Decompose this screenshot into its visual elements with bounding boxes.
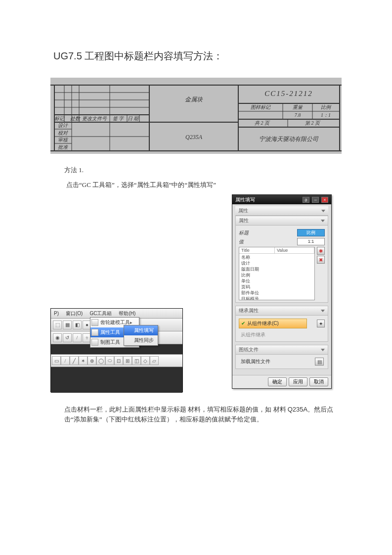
tool-icon[interactable]: ◧ [73,321,82,329]
dialog-titlebar: 属性填写 ວ – × [232,195,331,204]
minimize-icon[interactable]: – [312,197,319,203]
svg-text:签 字: 签 字 [113,116,125,121]
drafting-icon [91,339,98,346]
svg-text:CC15-21212: CC15-21212 [264,90,313,97]
svg-text:比例: 比例 [321,104,332,110]
col-title: Title [239,247,275,253]
cancel-button[interactable]: 取消 [309,377,328,386]
add-new-set-button[interactable]: ✱ [317,247,325,255]
section-inherit-header[interactable]: 继承属性 [236,306,328,316]
tool-icon[interactable]: ▭ [52,356,61,365]
dialog-title: 属性填写 [235,195,255,204]
titleblock-image: 金属块 Q235A CC15-21212 图样标记 重量 比例 7.8 1：1 … [50,78,342,154]
help-icon[interactable]: ວ [303,197,309,203]
title-prefix: UG7.5 [53,50,82,61]
menu-item-window[interactable]: 窗口(O) [65,310,84,317]
list-item[interactable]: 名称 [239,254,314,260]
page-title: UG7.5 工程图中标题栏内容填写方法： [53,49,339,63]
tool-icon[interactable]: / [73,333,82,342]
close-icon[interactable]: × [321,197,328,203]
input-value[interactable]: 1:1 [297,238,325,245]
list-item[interactable]: 版面日期 [239,266,314,272]
remove-button[interactable]: ✖ [317,256,325,264]
tool-icon[interactable]: ⊕ [87,356,96,365]
tool-icon[interactable]: ◇ [141,356,150,365]
section-properties-header[interactable]: 属性 [235,206,328,216]
step1-text: 点击“GC 工具箱”，选择“属性工具箱”中的“属性填写” [66,181,339,189]
svg-text:第 2 页: 第 2 页 [305,120,321,126]
list-item[interactable]: 页码 [239,284,314,290]
chevron-down-icon [321,220,325,222]
properties-list[interactable]: Title Value 名称 设计 版面日期 比例 单位 页码 [239,247,315,300]
svg-text:宁波海天驱动有限公司: 宁波海天驱动有限公司 [259,136,319,142]
menu-item-gctoolbox[interactable]: GC工具箱 [88,310,113,317]
tool-icon[interactable]: ◯ [96,356,105,365]
svg-text:图样标记: 图样标记 [251,104,271,110]
para-2: 点击材料一栏，此时上面属性栏中显示标题 材料，填写相应标题的值，如 材料 Q23… [64,405,339,424]
list-item[interactable]: 目标框号 [239,296,314,300]
svg-text:7.8: 7.8 [295,112,301,118]
apply-button[interactable]: 应用 [289,377,307,386]
browse-icon[interactable]: ▤ [315,358,324,366]
menu-item-property-sync[interactable]: 属性同步 [124,335,158,345]
inherit-from-component-2: 从组件继承 [239,330,316,339]
list-item[interactable]: 比例 [239,272,314,278]
tool-icon[interactable]: ▦ [63,321,72,329]
label-value: 值 [239,238,244,245]
svg-text:处数: 处数 [70,116,81,121]
svg-text:日 期: 日 期 [128,116,140,121]
title-rest: 工程图中标题栏内容填写方法： [82,50,223,61]
menu-item-p[interactable]: P) [53,311,60,316]
property-icon [91,329,98,336]
list-item[interactable]: 部件单位 [239,290,314,296]
chevron-down-icon [321,310,325,312]
toolbar-3: ▭ / ╱ ✶ ⊕ ◯ ⬭ ⊡ ⊞ ◫ ◇ ▱ [51,354,182,367]
section-properties2-header[interactable]: 属性 [236,216,328,226]
svg-text:更改文件号: 更改文件号 [82,116,107,121]
tool-icon[interactable]: ✶ [79,356,87,365]
svg-text:共 2 页: 共 2 页 [255,120,270,126]
select-icon[interactable]: ✦ [317,320,325,327]
tool-icon[interactable]: ↺ [63,333,72,342]
tool-icon[interactable]: / [61,356,70,365]
menu-item-help[interactable]: 帮助(H) [118,310,136,317]
gear-icon [91,319,98,326]
section-file-header[interactable]: 图纸文件 [236,345,328,355]
svg-text:重量: 重量 [293,104,303,110]
tool-icon[interactable]: ╱ [70,356,79,365]
menu-item-property-fill[interactable]: 属性填写 [124,325,158,335]
svg-text:设计: 设计 [58,123,68,128]
svg-text:标记: 标记 [54,116,65,121]
svg-text:1：1: 1：1 [321,112,331,118]
tool-icon[interactable]: ⬭ [105,356,114,365]
screenshot-composite: P) 窗口(O) GC工具箱 帮助(H) ⬚ ▦ ◧ ● ◉ ↺ / ⎀ ✚ ▭ [50,194,342,399]
tool-icon[interactable]: ▱ [150,356,159,365]
tool-icon[interactable]: ◫ [132,356,141,365]
list-item[interactable]: 单位 [239,278,314,284]
list-item[interactable]: 设计 [239,260,314,266]
svg-text:Q235A: Q235A [185,134,203,140]
tool-icon[interactable]: ⊞ [123,356,132,365]
list-rows: 名称 设计 版面日期 比例 单位 页码 部件单位 目标框号 [239,254,314,300]
method-label: 方法 1. [64,166,339,175]
chevron-down-icon [321,349,325,351]
tool-icon[interactable]: ⊡ [114,356,123,365]
chevron-down-icon [321,210,325,212]
input-title[interactable]: 比例 [297,229,325,236]
svg-text:校对: 校对 [58,130,69,136]
inherit-from-component[interactable]: ✔从组件继承(C) [239,319,307,328]
property-fill-dialog: 属性填写 ວ – × 属性 属性 标题 [232,194,332,389]
svg-text:审核: 审核 [58,137,69,142]
ok-button[interactable]: 确定 [268,377,287,386]
property-tools-submenu: 属性填写 属性同步 [124,325,158,346]
label-load-file: 加载属性文件 [241,358,270,365]
col-value: Value [275,247,314,253]
tool-icon[interactable]: ◉ [53,333,62,342]
label-title: 标题 [239,230,249,236]
svg-text:金属块: 金属块 [185,96,203,103]
svg-text:批准: 批准 [58,144,69,150]
tool-icon[interactable]: ⬚ [53,321,62,329]
check-icon: ✔ [241,321,245,326]
